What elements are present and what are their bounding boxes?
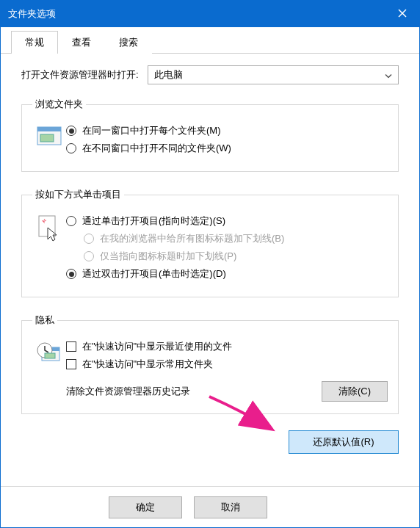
tab-content-general: 打开文件资源管理器时打开: 此电脑 浏览文件夹 在同一	[1, 54, 419, 486]
svg-rect-4	[40, 134, 54, 142]
dialog-footer: 确定 取消	[1, 486, 419, 527]
tab-strip: 常规 查看 搜索	[1, 27, 419, 54]
open-explorer-combobox[interactable]: 此电脑	[148, 65, 399, 84]
tab-label: 查看	[72, 37, 91, 48]
history-clock-icon	[32, 336, 66, 402]
button-label: 确定	[136, 501, 155, 514]
folder-options-dialog: 文件夹选项 常规 查看 搜索 打开文件资源管理器时打开: 此电脑 浏览文件夹	[0, 0, 420, 528]
tab-label: 搜索	[119, 37, 138, 48]
radio-label: 仅当指向图标标题时加下划线(P)	[100, 250, 236, 263]
combo-value: 此电脑	[154, 68, 183, 82]
radio-underline-browser: 在我的浏览器中给所有图标标题加下划线(B)	[84, 232, 388, 245]
ok-button[interactable]: 确定	[109, 496, 182, 518]
dialog-title: 文件夹选项	[8, 7, 385, 21]
button-label: 取消	[221, 501, 240, 514]
tab-search[interactable]: 搜索	[105, 31, 152, 54]
radio-icon	[66, 143, 76, 153]
radio-same-window[interactable]: 在同一窗口中打开每个文件夹(M)	[66, 124, 388, 137]
open-explorer-row: 打开文件资源管理器时打开: 此电脑	[21, 65, 399, 84]
checkbox-icon	[66, 341, 76, 352]
tab-label: 常规	[25, 37, 44, 48]
checkbox-icon	[66, 359, 76, 369]
radio-single-click[interactable]: 通过单击打开项目(指向时选定)(S)	[66, 214, 388, 228]
radio-icon	[84, 234, 94, 244]
chevron-down-icon	[385, 70, 392, 81]
radio-icon	[66, 216, 76, 226]
radio-label: 在不同窗口中打开不同的文件夹(W)	[82, 142, 231, 155]
clear-label: 清除文件资源管理器历史记录	[66, 385, 190, 398]
open-explorer-label: 打开文件资源管理器时打开:	[21, 68, 139, 82]
checkbox-label: 在"快速访问"中显示最近使用的文件	[82, 340, 232, 353]
privacy-group-legend: 隐私	[32, 314, 57, 327]
browse-group-legend: 浏览文件夹	[32, 98, 86, 111]
radio-icon	[66, 269, 76, 279]
restore-defaults-button[interactable]: 还原默认值(R)	[289, 430, 399, 454]
svg-rect-9	[45, 353, 55, 358]
radio-label: 在我的浏览器中给所有图标标题加下划线(B)	[100, 232, 284, 245]
button-label: 清除(C)	[338, 385, 371, 398]
cursor-click-icon	[32, 210, 66, 285]
privacy-group: 隐私 在"快速访问"中显示最近使用的文件 在"快速访问"中显示常用文件夹	[21, 314, 399, 414]
tab-view[interactable]: 查看	[58, 31, 105, 54]
clear-history-row: 清除文件资源管理器历史记录 清除(C)	[66, 381, 388, 402]
browse-folders-group: 浏览文件夹 在同一窗口中打开每个文件夹(M) 在不同窗口中打开不同的文件夹(W)	[21, 98, 399, 172]
titlebar: 文件夹选项	[1, 1, 419, 27]
cancel-button[interactable]: 取消	[194, 496, 267, 518]
radio-double-click[interactable]: 通过双击打开项目(单击时选定)(D)	[66, 267, 388, 281]
tab-general[interactable]: 常规	[11, 31, 58, 54]
radio-label: 在同一窗口中打开每个文件夹(M)	[82, 124, 221, 137]
click-items-group: 按如下方式单击项目 通过单击打开项目(指向时选定)(S) 在我的浏览器中给所有图…	[21, 188, 399, 297]
close-icon	[398, 9, 407, 20]
radio-new-window[interactable]: 在不同窗口中打开不同的文件夹(W)	[66, 142, 388, 155]
button-label: 还原默认值(R)	[313, 435, 374, 449]
checkbox-label: 在"快速访问"中显示常用文件夹	[82, 358, 213, 371]
checkbox-show-recent[interactable]: 在"快速访问"中显示最近使用的文件	[66, 340, 388, 353]
folder-window-icon	[32, 120, 66, 159]
svg-rect-3	[37, 127, 61, 131]
restore-row: 还原默认值(R)	[21, 430, 399, 454]
radio-icon	[66, 126, 76, 136]
checkbox-show-frequent[interactable]: 在"快速访问"中显示常用文件夹	[66, 358, 388, 371]
radio-underline-point: 仅当指向图标标题时加下划线(P)	[84, 250, 388, 263]
clear-button[interactable]: 清除(C)	[322, 381, 388, 402]
close-button[interactable]	[385, 1, 419, 27]
radio-icon	[84, 251, 94, 261]
radio-label: 通过双击打开项目(单击时选定)(D)	[82, 267, 226, 281]
click-group-legend: 按如下方式单击项目	[32, 188, 124, 201]
radio-label: 通过单击打开项目(指向时选定)(S)	[82, 214, 225, 228]
